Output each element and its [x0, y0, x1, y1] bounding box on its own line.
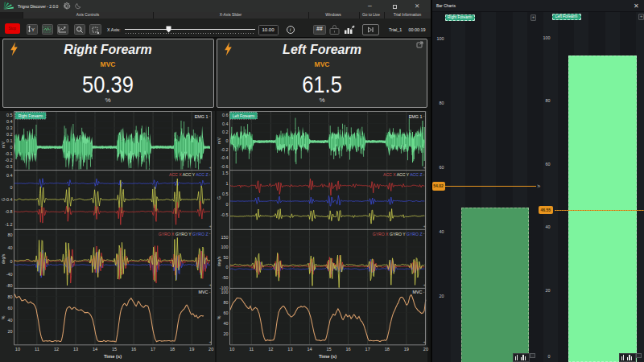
svg-text:11: 11 — [249, 347, 254, 352]
svg-text:-0.8: -0.8 — [5, 209, 12, 214]
svg-text:20: 20 — [224, 331, 229, 336]
svg-text:Y: Y — [31, 27, 35, 32]
svg-text:+: + — [209, 339, 213, 344]
svg-text:60: 60 — [8, 306, 13, 311]
svg-text:-40: -40 — [6, 272, 13, 277]
svg-text:deg/s: deg/s — [217, 256, 221, 266]
svg-text:0: 0 — [10, 259, 13, 264]
svg-text:13: 13 — [73, 347, 78, 352]
svg-text:0.4: 0.4 — [6, 173, 13, 178]
svg-text:+: + — [209, 165, 213, 170]
svg-text:1.5: 1.5 — [222, 171, 229, 175]
svg-text:12: 12 — [268, 347, 273, 352]
svg-text:0: 0 — [10, 145, 13, 150]
svg-text:-: - — [209, 113, 211, 118]
svg-text:50: 50 — [224, 255, 229, 260]
svg-text:0.4: 0.4 — [6, 119, 13, 124]
svg-text:+: + — [423, 339, 427, 344]
svg-text:100: 100 — [221, 245, 229, 249]
svg-text:-0.6: -0.6 — [221, 164, 228, 169]
svg-text:mV: mV — [217, 138, 221, 144]
svg-text:0.4: 0.4 — [222, 121, 229, 126]
svg-text:20: 20 — [208, 347, 213, 352]
svg-text:-0.2: -0.2 — [221, 147, 228, 152]
svg-text:0: 0 — [226, 265, 229, 269]
svg-text:-0.4: -0.4 — [5, 197, 12, 202]
svg-text:18: 18 — [385, 347, 390, 352]
svg-text:0.6: 0.6 — [222, 113, 229, 117]
svg-text:MVC: MVC — [199, 290, 208, 294]
svg-text:0: 0 — [226, 138, 229, 143]
svg-text:+: + — [209, 224, 213, 228]
svg-text:0.2: 0.2 — [6, 132, 13, 137]
svg-text:14: 14 — [307, 347, 312, 352]
svg-text:Time (s): Time (s) — [319, 354, 336, 359]
svg-text:EMG 1: EMG 1 — [409, 114, 423, 119]
svg-text:100: 100 — [221, 290, 229, 294]
svg-text:0.5: 0.5 — [222, 191, 229, 196]
svg-text:-: - — [423, 172, 425, 177]
svg-text:13: 13 — [287, 347, 292, 352]
svg-text:-0.4: -0.4 — [221, 155, 228, 160]
svg-text:Left Forearm: Left Forearm — [233, 114, 254, 118]
svg-text:15: 15 — [326, 347, 331, 352]
svg-text:150: 150 — [221, 235, 229, 240]
svg-text:20: 20 — [8, 329, 13, 334]
svg-text:-: - — [423, 231, 425, 236]
svg-text:-: - — [209, 172, 211, 177]
svg-text:12: 12 — [54, 347, 59, 352]
svg-text:0.1: 0.1 — [6, 138, 13, 143]
svg-text:-1.2: -1.2 — [5, 222, 12, 227]
svg-text:MVC: MVC — [413, 290, 423, 294]
svg-text:40: 40 — [8, 318, 13, 323]
svg-text:10: 10 — [15, 347, 20, 352]
svg-text:ACC X ACC Y ACC Z: ACC X ACC Y ACC Z — [383, 172, 423, 177]
svg-text:40: 40 — [8, 245, 13, 250]
svg-text:deg/s: deg/s — [1, 253, 6, 264]
svg-text:GYRO X GYRO Y GYRO Z: GYRO X GYRO Y GYRO Z — [373, 232, 423, 237]
svg-text:+: + — [209, 282, 213, 287]
svg-text:0.5: 0.5 — [6, 113, 13, 117]
svg-text:-: - — [209, 290, 211, 294]
svg-text:80: 80 — [224, 300, 229, 305]
svg-text:Right Forearm: Right Forearm — [19, 114, 43, 118]
svg-text:GYRO X GYRO Y GYRO Z: GYRO X GYRO Y GYRO Z — [159, 232, 208, 237]
svg-text:17: 17 — [151, 347, 155, 352]
svg-text:15: 15 — [112, 347, 117, 352]
svg-text:ACC X ACC Y ACC Z: ACC X ACC Y ACC Z — [169, 172, 208, 177]
svg-text:16: 16 — [131, 347, 136, 352]
svg-text:14: 14 — [93, 347, 97, 352]
svg-text:Time (s): Time (s) — [104, 354, 122, 359]
svg-text:%: % — [217, 315, 221, 319]
svg-text:-: - — [423, 290, 425, 294]
svg-text:-: - — [209, 231, 211, 236]
svg-text:1: 1 — [226, 181, 229, 186]
svg-text:16: 16 — [345, 347, 350, 352]
svg-text:0.3: 0.3 — [6, 125, 13, 130]
svg-text:G: G — [1, 198, 6, 201]
svg-text:+: + — [423, 282, 427, 287]
svg-text:80: 80 — [8, 294, 13, 299]
svg-text:20: 20 — [423, 347, 428, 352]
svg-text:-0.3: -0.3 — [5, 164, 12, 169]
svg-text:0.2: 0.2 — [222, 130, 229, 134]
svg-text:-: - — [423, 113, 425, 118]
svg-text:G: G — [217, 196, 221, 200]
svg-text:40: 40 — [224, 321, 229, 326]
svg-text:17: 17 — [365, 347, 370, 352]
svg-text:+: + — [423, 224, 427, 228]
svg-text:0: 0 — [10, 185, 13, 190]
svg-text:19: 19 — [189, 347, 194, 352]
svg-text:19: 19 — [404, 347, 409, 352]
svg-text:18: 18 — [170, 347, 175, 352]
svg-text:-50: -50 — [222, 275, 229, 280]
svg-text:-80: -80 — [6, 283, 13, 288]
svg-text:-0.1: -0.1 — [5, 151, 12, 156]
svg-text:%: % — [1, 315, 6, 319]
svg-text:80: 80 — [8, 232, 13, 237]
svg-text:0: 0 — [226, 202, 229, 207]
svg-text:10: 10 — [229, 347, 234, 352]
svg-text:+: + — [423, 165, 427, 170]
svg-text:-0.5: -0.5 — [221, 212, 228, 217]
svg-text:-0.2: -0.2 — [5, 158, 12, 162]
